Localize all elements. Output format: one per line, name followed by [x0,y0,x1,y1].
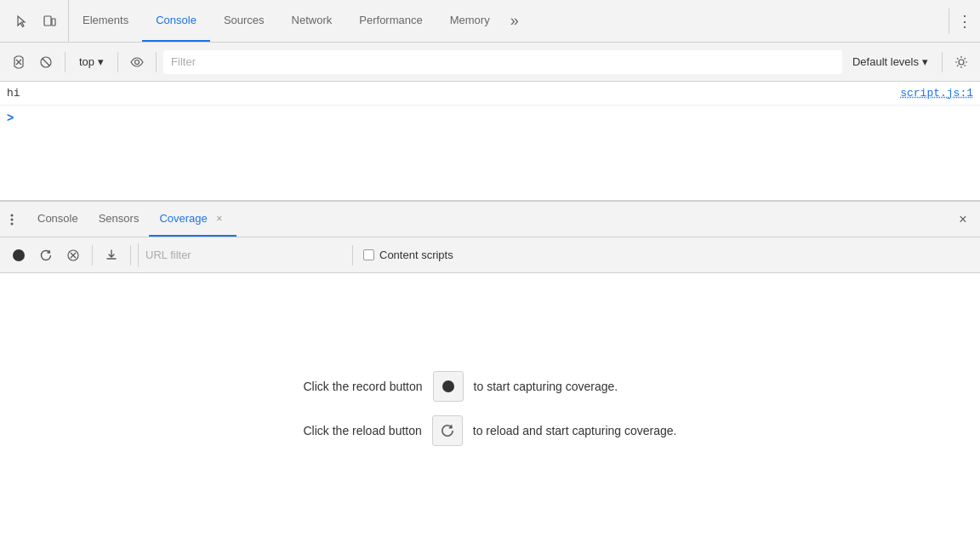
tab-elements[interactable]: Elements [69,0,142,42]
drawer-tab-coverage[interactable]: Coverage × [149,202,236,237]
cov-sep-2 [130,245,131,266]
svg-rect-1 [52,19,55,26]
toolbar-sep-1 [65,52,66,72]
context-selector[interactable]: top ▾ [72,52,111,71]
svg-point-8 [959,60,964,65]
device-toolbar-icon[interactable] [37,9,61,33]
console-log-row: hi script.js:1 [0,82,980,106]
tab-sources[interactable]: Sources [210,0,278,42]
console-toolbar: top ▾ Default levels ▾ [0,43,980,82]
svg-rect-0 [44,16,51,26]
devtools-menu-button[interactable]: ⋮ [953,9,977,33]
url-filter-sep [352,245,353,266]
svg-point-9 [11,214,14,216]
close-coverage-tab[interactable]: × [213,212,226,226]
console-prompt-icon: > [7,111,14,124]
svg-point-7 [135,60,140,64]
coverage-instructions: Click the record button to start capturi… [303,371,676,446]
log-levels-button[interactable]: Default levels ▾ [846,52,935,71]
tab-separator [949,9,949,34]
toolbar-sep-3 [156,52,157,72]
drawer: Console Sensors Coverage × × [0,201,980,543]
select-element-icon[interactable] [10,9,34,33]
toolbar-sep-4 [942,52,943,72]
more-tabs-button[interactable]: » [504,0,526,42]
top-tab-bar: Elements Console Sources Network Perform… [0,0,980,43]
record-circle-icon [13,249,25,261]
content-scripts-label[interactable]: Content scripts [363,249,453,261]
instruction-reload-row: Click the reload button to reload and st… [303,415,676,446]
close-drawer-button[interactable]: × [953,209,973,230]
content-scripts-checkbox[interactable] [363,249,374,260]
console-output: hi script.js:1 > [0,82,980,201]
inline-reload-icon [440,423,455,438]
tab-performance[interactable]: Performance [345,0,436,42]
svg-point-11 [11,222,14,225]
tab-memory[interactable]: Memory [436,0,504,42]
coverage-main-content: Click the record button to start capturi… [0,273,980,543]
coverage-toolbar: Content scripts [0,237,980,273]
coverage-clear-button[interactable] [61,243,85,267]
drawer-tab-sensors[interactable]: Sensors [88,202,150,237]
inline-reload-button[interactable] [432,415,463,446]
inline-record-button[interactable] [433,371,464,402]
filter-input[interactable] [163,50,842,74]
svg-point-10 [11,218,14,220]
coverage-record-button[interactable] [7,243,31,267]
instruction-record-row: Click the record button to start capturi… [303,371,618,402]
console-settings-icon[interactable] [949,50,973,74]
stop-recording-icon[interactable] [34,50,58,74]
console-log-link[interactable]: script.js:1 [900,87,973,100]
toolbar-sep-2 [117,52,118,72]
console-prompt-row[interactable]: > [0,106,980,129]
console-log-message: hi [7,87,900,100]
coverage-reload-button[interactable] [34,243,58,267]
drawer-menu-icon[interactable] [7,209,27,230]
top-tab-list: Elements Console Sources Network Perform… [69,0,945,42]
drawer-tab-console[interactable]: Console [27,202,88,237]
svg-line-6 [43,59,49,66]
inline-record-circle-icon [442,380,454,392]
tab-console[interactable]: Console [142,0,210,42]
drawer-tab-bar: Console Sensors Coverage × × [0,202,980,237]
tab-network[interactable]: Network [278,0,346,42]
cov-sep-1 [92,245,93,266]
url-filter-input[interactable] [138,243,342,267]
devtools-icons [3,0,69,42]
eye-icon[interactable] [125,50,149,74]
console-input[interactable] [17,111,973,124]
export-coverage-icon[interactable] [100,243,123,267]
clear-console-icon[interactable] [7,50,31,74]
